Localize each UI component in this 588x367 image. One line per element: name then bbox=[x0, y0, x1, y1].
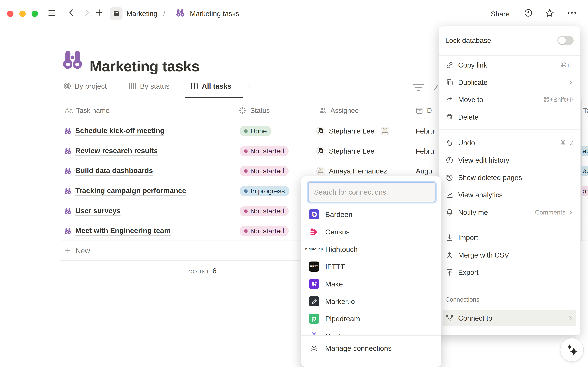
column-header-task-name[interactable]: Aa Task name bbox=[65, 100, 109, 121]
move-to-icon bbox=[445, 95, 454, 104]
favorite-button[interactable] bbox=[545, 8, 555, 18]
column-header-status[interactable]: Status bbox=[239, 100, 270, 121]
menu-item-delete[interactable]: Delete bbox=[443, 109, 576, 125]
table-row-task-cell[interactable]: Build data dashboards bbox=[64, 161, 153, 181]
menu-item-duplicate[interactable]: Duplicate bbox=[443, 75, 576, 90]
task-name-link[interactable]: Schedule kick-off meeting bbox=[75, 126, 165, 136]
table-row-task-cell[interactable]: User surveys bbox=[64, 201, 121, 221]
new-row-button[interactable]: New bbox=[64, 241, 90, 260]
connection-item-pipedream[interactable]: p Pipedream bbox=[306, 310, 437, 327]
share-button[interactable]: Share bbox=[491, 10, 510, 18]
tab-all-tasks[interactable]: All tasks bbox=[190, 80, 231, 92]
add-view-button[interactable] bbox=[245, 80, 253, 92]
secondary-avatar bbox=[381, 127, 389, 135]
table-row-assignee-cell[interactable]: Stephanie Lee bbox=[316, 141, 374, 161]
date-value: Febru bbox=[416, 147, 434, 155]
table-row-task-cell[interactable]: Schedule kick-off meeting bbox=[64, 121, 165, 141]
menu-item-show-deleted-pages[interactable]: Show deleted pages bbox=[443, 170, 576, 186]
census-logo-icon bbox=[309, 227, 319, 237]
task-name-link[interactable]: User surveys bbox=[75, 206, 121, 216]
chevron-right-icon bbox=[82, 8, 91, 17]
menu-item-move-to[interactable]: Move to ⌘+Shift+P bbox=[443, 92, 576, 108]
traffic-light-close-button[interactable] bbox=[7, 11, 14, 17]
table-row-status-cell[interactable]: Not started bbox=[240, 201, 289, 221]
table-icon bbox=[190, 82, 199, 91]
page-icon[interactable] bbox=[61, 48, 84, 72]
breadcrumb-parent-page-icon[interactable] bbox=[110, 7, 123, 20]
nav-forward-button[interactable] bbox=[82, 8, 91, 17]
merge-icon bbox=[445, 251, 454, 259]
table-row-task-cell[interactable]: Tracking campaign performance bbox=[64, 181, 186, 201]
manage-connections-button[interactable]: Manage connections bbox=[306, 340, 437, 357]
menu-item-connect-to[interactable]: Connect to bbox=[443, 310, 576, 326]
table-row-status-cell[interactable]: Not started bbox=[240, 221, 289, 241]
count-summary[interactable]: COUNT 6 bbox=[188, 267, 216, 275]
new-page-button[interactable] bbox=[95, 8, 104, 17]
table-row-status-cell[interactable]: Not started bbox=[240, 141, 289, 161]
menu-divider bbox=[439, 223, 580, 223]
connection-item-make[interactable]: M Make bbox=[306, 275, 437, 292]
tab-label: All tasks bbox=[202, 82, 231, 90]
connection-item-census[interactable]: Census bbox=[306, 223, 437, 240]
status-dot bbox=[244, 229, 248, 233]
connections-search-input[interactable] bbox=[308, 182, 436, 202]
task-name-link[interactable]: Build data dashboards bbox=[75, 166, 153, 176]
breadcrumb-current[interactable]: Marketing tasks bbox=[190, 9, 239, 18]
undo-icon bbox=[445, 139, 454, 147]
tab-by-project[interactable]: By project bbox=[63, 80, 107, 92]
toggle-knob bbox=[558, 37, 566, 44]
column-label: Ta bbox=[583, 107, 588, 115]
more-options-button[interactable] bbox=[566, 8, 578, 18]
menu-item-notify-me[interactable]: Notify me Comments bbox=[443, 204, 576, 220]
connection-item-marker-io[interactable]: Marker.io bbox=[306, 293, 437, 310]
traffic-light-zoom-button[interactable] bbox=[32, 11, 38, 17]
table-row-date-cell[interactable]: Febru bbox=[416, 121, 434, 141]
notion-ai-button[interactable] bbox=[560, 338, 584, 362]
page-title[interactable]: Marketing tasks bbox=[90, 58, 199, 75]
column-header-assignee[interactable]: Assignee bbox=[319, 100, 359, 121]
tab-by-status[interactable]: By status bbox=[128, 80, 170, 92]
connection-item-ifttt[interactable]: IFTTT IFTTT bbox=[306, 258, 437, 275]
column-label: D bbox=[427, 107, 432, 115]
connection-item-hightouch[interactable]: hightouch Hightouch bbox=[306, 241, 437, 258]
sidebar-menu-button[interactable] bbox=[47, 8, 57, 18]
table-row-task-cell[interactable]: Meet with Engineering team bbox=[64, 221, 171, 241]
assignee-name: Amaya Hernandez bbox=[329, 167, 387, 175]
menu-item-import[interactable]: Import bbox=[443, 230, 576, 246]
table-row-status-cell[interactable]: Done bbox=[240, 121, 272, 141]
nav-back-button[interactable] bbox=[67, 8, 76, 17]
task-name-link[interactable]: Meet with Engineering team bbox=[75, 226, 171, 236]
tab-label: By status bbox=[140, 82, 170, 90]
avatar bbox=[316, 167, 325, 175]
task-name-link[interactable]: Review research results bbox=[75, 146, 158, 156]
menu-item-view-edit-history[interactable]: View edit history bbox=[443, 152, 576, 168]
menu-item-copy-link[interactable]: Copy link ⌘+L bbox=[443, 57, 576, 73]
task-name-link[interactable]: Tracking campaign performance bbox=[75, 186, 186, 196]
menu-item-merge-with-csv[interactable]: Merge with CSV bbox=[443, 247, 576, 263]
table-row-status-cell[interactable]: Not started bbox=[240, 161, 289, 181]
table-row-date-cell[interactable]: Febru bbox=[416, 141, 434, 161]
filter-button[interactable] bbox=[413, 83, 424, 91]
menu-item-undo[interactable]: Undo ⌘+Z bbox=[443, 135, 576, 151]
table-row-task-cell[interactable]: Review research results bbox=[64, 141, 158, 161]
date-value: Augu bbox=[416, 167, 432, 175]
connection-item-bardeen[interactable]: Bardeen bbox=[306, 206, 437, 223]
column-label: Task name bbox=[76, 107, 109, 115]
status-dot bbox=[244, 150, 248, 153]
updates-button[interactable] bbox=[523, 8, 533, 18]
table-row-status-cell[interactable]: In progress bbox=[240, 181, 290, 201]
table-row-assignee-cell[interactable]: Stephanie Lee bbox=[316, 121, 389, 141]
duplicate-icon bbox=[445, 78, 454, 87]
lock-database-toggle[interactable] bbox=[557, 36, 574, 45]
menu-item-lock-database[interactable]: Lock database bbox=[443, 33, 576, 48]
column-header-tags-fragment[interactable]: Ta bbox=[583, 100, 588, 121]
traffic-light-minimize-button[interactable] bbox=[19, 11, 26, 17]
menu-item-view-analytics[interactable]: View analytics bbox=[443, 187, 576, 203]
toolbox-icon bbox=[113, 10, 120, 17]
connection-item-qonto-partial[interactable]: Qonto bbox=[306, 327, 437, 335]
binoculars-icon bbox=[64, 127, 72, 135]
breadcrumb-parent[interactable]: Marketing bbox=[126, 9, 157, 18]
shortcut: ⌘+Shift+P bbox=[543, 96, 574, 103]
column-header-date[interactable]: D bbox=[415, 100, 432, 121]
menu-item-export[interactable]: Export bbox=[443, 264, 576, 280]
